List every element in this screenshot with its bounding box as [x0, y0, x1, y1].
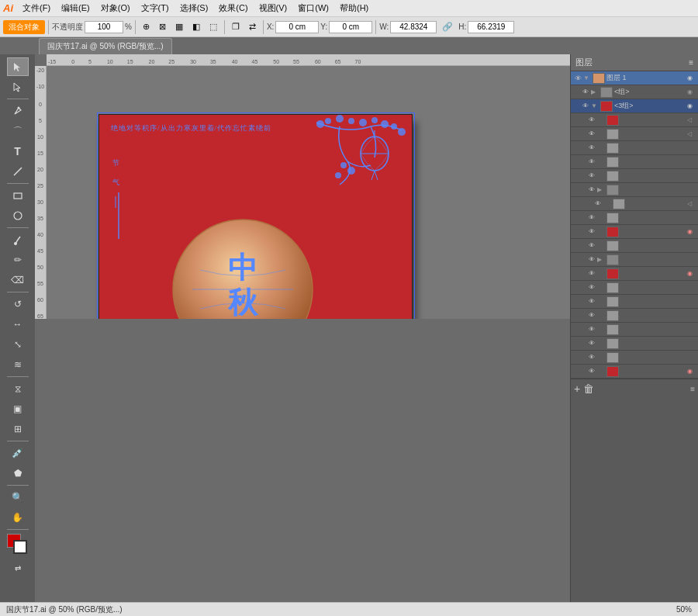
layer-options-1[interactable]: ◉: [687, 74, 696, 81]
layer-expand-1[interactable]: ▼: [583, 74, 591, 81]
icon-btn-5[interactable]: ⬚: [206, 20, 221, 33]
pencil-tool[interactable]: ✏: [7, 251, 29, 269]
line-tool[interactable]: [7, 162, 29, 181]
layer-eye-1[interactable]: 👁: [572, 73, 583, 84]
menu-text[interactable]: 文字(T): [136, 1, 174, 16]
layer-row-17[interactable]: 👁: [571, 295, 698, 309]
icon-btn-3[interactable]: ▦: [171, 20, 187, 33]
layer-eye-11[interactable]: 👁: [586, 213, 597, 223]
pen-tool[interactable]: [7, 102, 29, 120]
layer-eye-15[interactable]: 👁: [586, 268, 597, 279]
layer-eye-13[interactable]: 👁: [586, 241, 597, 251]
layer-row-10[interactable]: 👁 ◁: [571, 197, 698, 211]
layer-eye-12[interactable]: 👁: [586, 227, 597, 237]
icon-btn-2[interactable]: ⊠: [155, 20, 170, 33]
layer-eye-5[interactable]: 👁: [586, 129, 597, 140]
scale-tool[interactable]: ⤡: [7, 335, 29, 354]
w-input[interactable]: [390, 21, 437, 33]
layer-eye-17[interactable]: 👁: [586, 296, 597, 307]
icon-btn-4[interactable]: ◧: [188, 20, 204, 33]
layers-list[interactable]: 👁 ▼ 图层 1 ◉ 👁 ▶ <组> ◉ 👁 ▼ <3组> ◉: [571, 71, 698, 602]
direct-selection-tool[interactable]: [7, 78, 29, 96]
canvas-area[interactable]: 绝地对等积序/从出力寒灰里着/代作忘忙素绕前 节 气: [47, 66, 570, 319]
link-icon[interactable]: 🔗: [438, 20, 457, 33]
layer-eye-10[interactable]: 👁: [593, 199, 603, 209]
layer-eye-3[interactable]: 👁: [580, 101, 591, 112]
menu-view[interactable]: 视图(V): [254, 1, 292, 16]
layer-row-3[interactable]: 👁 ▼ <3组> ◉: [571, 99, 698, 113]
hand-tool[interactable]: ✋: [7, 508, 29, 527]
canvas-scroll-area[interactable]: -15 0 5 10 15 20 25 30 35 40 45 50 55 60…: [35, 54, 570, 602]
layer-row-8[interactable]: 👁: [571, 169, 698, 183]
layer-eye-21[interactable]: 👁: [586, 352, 597, 363]
swap-colors-icon[interactable]: ⇄: [7, 559, 29, 577]
layer-eye-8[interactable]: 👁: [586, 171, 597, 182]
layer-row-22[interactable]: 👁 ◉: [571, 365, 698, 379]
layer-eye-7[interactable]: 👁: [586, 157, 597, 168]
menu-window[interactable]: 窗口(W): [293, 1, 333, 16]
icon-btn-1[interactable]: ⊕: [139, 20, 154, 33]
layer-row-15[interactable]: 👁 ◉: [571, 267, 698, 281]
h-input[interactable]: [468, 21, 514, 33]
layer-row-11[interactable]: 👁: [571, 211, 698, 225]
layer-row-9[interactable]: 👁 ▶: [571, 183, 698, 197]
layer-options-2[interactable]: ◉: [687, 88, 696, 95]
menu-help[interactable]: 帮助(H): [335, 1, 373, 16]
layer-eye-19[interactable]: 👁: [586, 324, 597, 335]
add-layer-button[interactable]: +: [574, 382, 580, 395]
layers-options-button[interactable]: ≡: [690, 385, 695, 393]
layer-expand-14[interactable]: ▶: [597, 256, 605, 263]
layer-eye-4[interactable]: 👁: [586, 115, 597, 126]
layer-row-12[interactable]: 👁 ◉: [571, 225, 698, 239]
paintbrush-tool[interactable]: [7, 230, 29, 249]
gradient-tool[interactable]: ▣: [7, 400, 29, 418]
icon-btn-7[interactable]: ⇄: [245, 20, 260, 33]
layer-row-6[interactable]: 👁: [571, 141, 698, 155]
eraser-tool[interactable]: ⌫: [7, 271, 29, 289]
menu-effect[interactable]: 效果(C): [214, 1, 252, 16]
icon-btn-6[interactable]: ❐: [228, 20, 244, 33]
layer-eye-18[interactable]: 👁: [586, 310, 597, 321]
reflect-tool[interactable]: ↔: [7, 315, 29, 334]
layer-row-7[interactable]: 👁: [571, 155, 698, 169]
blend-tool[interactable]: ⧖: [7, 379, 29, 398]
layer-eye-9[interactable]: 👁: [586, 185, 597, 196]
x-input[interactable]: [275, 21, 319, 33]
selection-tool[interactable]: [7, 57, 29, 76]
delete-layer-button[interactable]: 🗑: [583, 382, 594, 395]
eyedropper-tool[interactable]: 💉: [7, 444, 29, 462]
layer-eye-16[interactable]: 👁: [586, 282, 597, 293]
menu-edit[interactable]: 编辑(E): [57, 1, 95, 16]
menu-file[interactable]: 文件(F): [18, 1, 55, 16]
layer-row-18[interactable]: 👁: [571, 309, 698, 323]
opacity-input[interactable]: [85, 21, 123, 33]
layer-row-1[interactable]: 👁 ▼ 图层 1 ◉: [571, 71, 698, 85]
layer-row-13[interactable]: 👁: [571, 239, 698, 253]
zoom-tool[interactable]: 🔍: [7, 488, 29, 507]
layer-eye-20[interactable]: 👁: [586, 338, 597, 349]
layer-eye-14[interactable]: 👁: [586, 254, 597, 265]
layer-row-14[interactable]: 👁 ▶: [571, 253, 698, 267]
layer-row-5[interactable]: 👁 ◁: [571, 127, 698, 141]
layer-eye-2[interactable]: 👁: [580, 87, 591, 98]
layer-expand-9[interactable]: ▶: [597, 186, 605, 193]
live-paint-tool[interactable]: ⬟: [7, 464, 29, 483]
layer-row-16[interactable]: 👁: [571, 281, 698, 295]
warp-tool[interactable]: ≋: [7, 355, 29, 374]
layer-eye-22[interactable]: 👁: [586, 366, 597, 377]
fill-stroke-indicator[interactable]: [7, 534, 29, 555]
ellipse-tool[interactable]: [7, 206, 29, 225]
rotate-tool[interactable]: ↺: [7, 295, 29, 313]
curvature-tool[interactable]: ⌒: [7, 122, 29, 140]
layer-row-19[interactable]: 👁: [571, 323, 698, 337]
layer-row-4[interactable]: 👁 ◁: [571, 113, 698, 127]
layer-row-20[interactable]: 👁: [571, 337, 698, 351]
y-input[interactable]: [329, 21, 372, 33]
menu-object[interactable]: 对象(O): [96, 1, 135, 16]
menu-select[interactable]: 选择(S): [175, 1, 213, 16]
layer-options-3[interactable]: ◉: [687, 102, 696, 109]
layer-row-2[interactable]: 👁 ▶ <组> ◉: [571, 85, 698, 99]
rectangle-tool[interactable]: [7, 186, 29, 205]
layers-menu-icon[interactable]: ≡: [689, 58, 693, 67]
layer-expand-3[interactable]: ▼: [591, 102, 599, 109]
